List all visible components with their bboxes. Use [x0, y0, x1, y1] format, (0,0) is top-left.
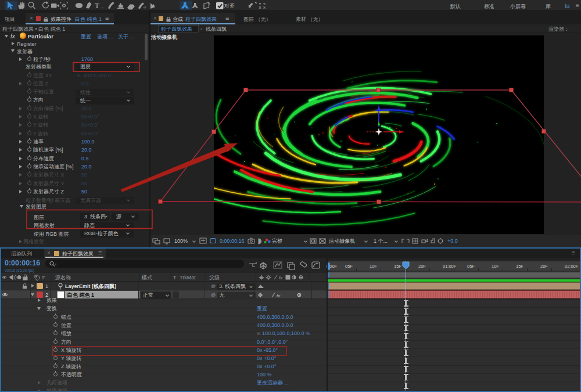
svg-text:源名称: 源名称 — [55, 275, 71, 280]
svg-text:T: T — [173, 275, 177, 280]
svg-text:T: T — [95, 1, 99, 10]
svg-text:#: # — [42, 275, 45, 280]
svg-text:父级: 父级 — [209, 275, 220, 280]
svg-text:fx: fx — [277, 293, 281, 299]
svg-text:fx: fx — [279, 275, 283, 280]
svg-text:TrkMat: TrkMat — [180, 275, 196, 280]
svg-text:对齐: 对齐 — [224, 3, 235, 9]
svg-text:模式: 模式 — [141, 275, 152, 280]
